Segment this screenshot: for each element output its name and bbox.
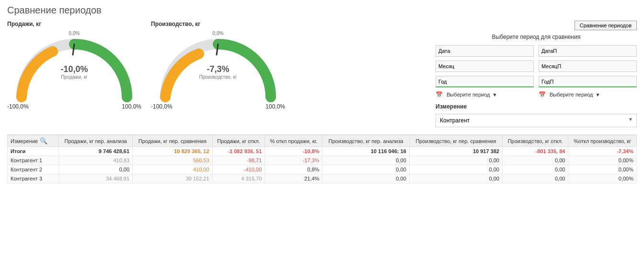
date-p-input[interactable] — [539, 45, 637, 57]
period-dropdown-1[interactable]: 📅 Выберите период ▼ — [436, 91, 534, 98]
row1-sales-pct: -17,3% — [265, 156, 322, 165]
sales-gauge-percent: -10,0% — [60, 64, 88, 74]
row2-sales-dev: -410,00 — [212, 165, 265, 174]
production-gauge: 0,0% -7,3% Производство, кг -100,0% 100,… — [151, 30, 285, 107]
month-input[interactable] — [436, 60, 534, 72]
chevron-down-icon-2: ▼ — [596, 92, 600, 97]
row2-prod-compare: 0,00 — [409, 165, 502, 174]
row3-prod-dev: 0,00 — [502, 174, 568, 183]
totals-prod-analysis: 10 116 046; 16 — [322, 147, 409, 156]
calendar-icon-1: 📅 — [436, 91, 443, 98]
th-prod-analysis: Производство, кг пер. анализа — [322, 135, 409, 147]
totals-sales-compare: 10 829 365, 12 — [133, 147, 213, 156]
row1-dim: Контрагент 1 — [8, 156, 59, 165]
sales-gauge-sublabel: Продажи, кг — [60, 74, 88, 80]
production-gauge-percent: -7,3% — [199, 64, 237, 74]
data-table: Измерение 🔍 Продажи, кг пер. анализа Про… — [7, 135, 637, 183]
month-p-input[interactable] — [539, 60, 637, 72]
totals-prod-compare: 10 917 382 — [409, 147, 502, 156]
row2-sales-pct: 0,8% — [265, 165, 322, 174]
measurement-label: Измерение — [436, 103, 637, 110]
production-chart-label: Производство, кг — [151, 21, 200, 27]
row2-prod-pct: 0,00% — [568, 165, 637, 174]
chevron-down-icon-1: ▼ — [493, 92, 497, 97]
row3-sales-analysis: 34 468,91 — [59, 174, 133, 183]
search-icon[interactable]: 🔍 — [40, 137, 47, 145]
measurement-select-wrap: Контрагент — [436, 114, 637, 127]
date-row — [436, 45, 637, 57]
sales-gauge-top: 0,0% — [69, 31, 80, 36]
row1-sales-analysis: 410,83 — [59, 156, 133, 165]
comparison-button[interactable]: Сравнение периодов — [575, 21, 637, 30]
th-sales-analysis: Продажи, кг пер. анализа — [59, 135, 133, 147]
row1-prod-dev: 0,00 — [502, 156, 568, 165]
table-row: Контрагент 3 34 468,91 30 152,21 4 315,7… — [8, 174, 637, 183]
dropdown2-label: Выберите период — [550, 92, 593, 97]
totals-sales-dev: -1 082 936, 51 — [212, 147, 265, 156]
dropdown-row: 📅 Выберите период ▼ 📅 Выберите период ▼ — [436, 91, 637, 98]
calendar-icon-2: 📅 — [539, 91, 546, 98]
dropdown1-label: Выберите период — [447, 92, 490, 97]
row3-sales-dev: 4 315,70 — [212, 174, 265, 183]
row1-sales-dev: -98,71 — [212, 156, 265, 165]
th-sales-pct: % откл продажи, кг. — [265, 135, 322, 147]
date-input[interactable] — [436, 45, 534, 57]
row2-sales-compare: 410,00 — [133, 165, 213, 174]
period-dropdown-2[interactable]: 📅 Выберите период ▼ — [539, 91, 637, 98]
production-gauge-top: 0,0% — [213, 31, 224, 36]
period-subtitle: Выберите период для сравнения — [436, 34, 637, 40]
month-row — [436, 60, 637, 72]
th-dimension: Измерение 🔍 — [8, 135, 59, 147]
measurement-select[interactable]: Контрагент — [436, 114, 637, 127]
sales-gauge-center: -10,0% Продажи, кг — [60, 64, 88, 80]
row3-dim: Контрагент 3 — [8, 174, 59, 183]
sales-gauge-left: -100,0% — [7, 103, 29, 110]
row1-sales-compare: 560,53 — [133, 156, 213, 165]
row2-prod-analysis: 0,00 — [322, 165, 409, 174]
year-p-input[interactable] — [539, 76, 637, 87]
page-title: Сравнение периодов — [7, 5, 637, 16]
th-sales-dev: Продажи, кг откл. — [212, 135, 265, 147]
th-sales-compare: Продажи, кг пер. сравнения — [133, 135, 213, 147]
th-prod-dev: Производство, кг откл. — [502, 135, 568, 147]
row2-sales-analysis: 0,00 — [59, 165, 133, 174]
row3-sales-pct: 21,4% — [265, 174, 322, 183]
totals-row: Итоги 9 746 428,61 10 829 365, 12 -1 082… — [8, 147, 637, 156]
totals-prod-dev: -801 335, 84 — [502, 147, 568, 156]
totals-dim: Итоги — [8, 147, 59, 156]
th-prod-pct: %откл производство, кг — [568, 135, 637, 147]
row1-prod-compare: 0,00 — [409, 156, 502, 165]
production-gauge-sublabel: Производство, кг — [199, 74, 237, 80]
sales-gauge: 0,0% -10,0% Продажи, кг — [7, 30, 141, 107]
th-dimension-label: Измерение — [11, 138, 38, 144]
row3-prod-analysis: 0,00 — [322, 174, 409, 183]
year-row — [436, 76, 637, 87]
production-chart-block: Производство, кг 0,0% -7,3% Производство… — [151, 21, 285, 127]
production-gauge-center: -7,3% Производство, кг — [199, 64, 237, 80]
sales-chart-block: Продажи, кг 0,0% -10,0% — [7, 21, 141, 127]
year-input[interactable] — [436, 76, 534, 87]
totals-sales-analysis: 9 746 428,61 — [59, 147, 133, 156]
totals-prod-pct: -7,34% — [568, 147, 637, 156]
sales-gauge-right: 100,0% — [122, 103, 141, 110]
table-row: Контрагент 2 0,00 410,00 -410,00 0,8% 0,… — [8, 165, 637, 174]
row1-prod-pct: 0,00% — [568, 156, 637, 165]
row3-prod-pct: 0,00% — [568, 174, 637, 183]
production-gauge-right: 100,0% — [265, 103, 285, 110]
row3-prod-compare: 0,00 — [409, 174, 502, 183]
table-header-row: Измерение 🔍 Продажи, кг пер. анализа Про… — [8, 135, 637, 147]
right-panel: Сравнение периодов Выберите период для с… — [436, 21, 637, 127]
row1-prod-analysis: 0,00 — [322, 156, 409, 165]
data-table-section: Измерение 🔍 Продажи, кг пер. анализа Про… — [7, 134, 637, 248]
sales-chart-label: Продажи, кг — [7, 21, 41, 27]
production-gauge-left: -100,0% — [151, 103, 172, 110]
row2-dim: Контрагент 2 — [8, 165, 59, 174]
totals-sales-pct: -10,8% — [265, 147, 322, 156]
row2-prod-dev: 0,00 — [502, 165, 568, 174]
table-row: Контрагент 1 410,83 560,53 -98,71 -17,3%… — [8, 156, 637, 165]
row3-sales-compare: 30 152,21 — [133, 174, 213, 183]
th-prod-compare: Производство, кг пер. сравнения — [409, 135, 502, 147]
